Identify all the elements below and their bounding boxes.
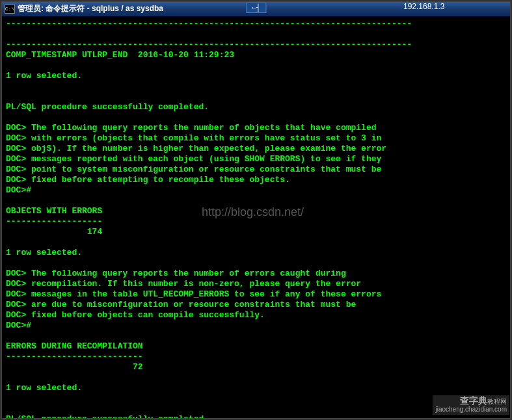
corner-watermark: 查字典教程网 jiaocheng.chazidian.com <box>433 395 509 415</box>
watermark-side: 教程网 <box>487 398 507 405</box>
plsql-status: PL/SQL procedure successfully completed. <box>6 414 209 418</box>
doc-line: DOC># <box>6 185 31 195</box>
doc-line: DOC> fixed before attempting to recompil… <box>6 175 290 185</box>
indicator-glyph: ←┤ <box>246 3 266 13</box>
timestamp-line: COMP_TIMESTAMP UTLRP_END 2016-10-20 11:2… <box>6 50 234 60</box>
window-inner: C:\ 管理员: 命令提示符 - sqlplus / as sysdba ←┤ … <box>1 1 511 419</box>
doc-line: DOC> The following query reports the num… <box>6 123 377 133</box>
errors-recompilation-header: ERRORS DURING RECOMPILATION <box>6 341 143 351</box>
doc-line: DOC># <box>6 321 31 330</box>
doc-line: DOC> point to system misconfiguration or… <box>6 164 381 174</box>
remote-ip-label: 192.168.1.3 <box>403 2 444 11</box>
rows-selected: 1 row selected. <box>6 383 82 393</box>
terminal-output[interactable]: ----------------------------------------… <box>2 16 510 418</box>
system-menu-icon[interactable]: C:\ <box>5 5 15 14</box>
divider-line: ----------------------------------------… <box>6 40 412 49</box>
doc-line: DOC> messages reported with each object … <box>6 154 381 164</box>
rows-selected: 1 row selected. <box>6 71 82 81</box>
doc-line: DOC> The following query reports the num… <box>6 269 346 278</box>
icon-text: C:\ <box>5 6 14 12</box>
objects-errors-value: 174 <box>6 227 102 237</box>
divider-line: ----------------------------------------… <box>6 19 412 29</box>
doc-line: DOC> fixed before objects can compile su… <box>6 310 265 320</box>
plsql-status: PL/SQL procedure successfully completed. <box>6 102 209 112</box>
rows-selected: 1 row selected. <box>6 248 82 257</box>
watermark-brand: 查字典 <box>460 395 487 406</box>
doc-line: DOC> obj$). If the number is higher than… <box>6 144 386 153</box>
doc-line: DOC> are due to misconfiguration or reso… <box>6 300 356 309</box>
doc-line: DOC> with errors (objects that compile w… <box>6 133 381 143</box>
doc-line: DOC> messages in the table UTL_RECOMP_ER… <box>6 289 381 299</box>
titlebar[interactable]: C:\ 管理员: 命令提示符 - sqlplus / as sysdba ←┤ … <box>2 2 510 16</box>
window-frame: C:\ 管理员: 命令提示符 - sqlplus / as sysdba ←┤ … <box>0 0 512 420</box>
errors-recompilation-value: 72 <box>6 362 143 372</box>
objects-errors-divider: ------------------- <box>6 217 102 226</box>
watermark-url: jiaocheng.chazidian.com <box>435 406 507 413</box>
objects-errors-header: OBJECTS WITH ERRORS <box>6 206 102 216</box>
titlebar-indicator: ←┤ <box>246 1 266 13</box>
errors-recompilation-divider: --------------------------- <box>6 352 143 361</box>
doc-line: DOC> recompilation. If this number is no… <box>6 279 361 289</box>
